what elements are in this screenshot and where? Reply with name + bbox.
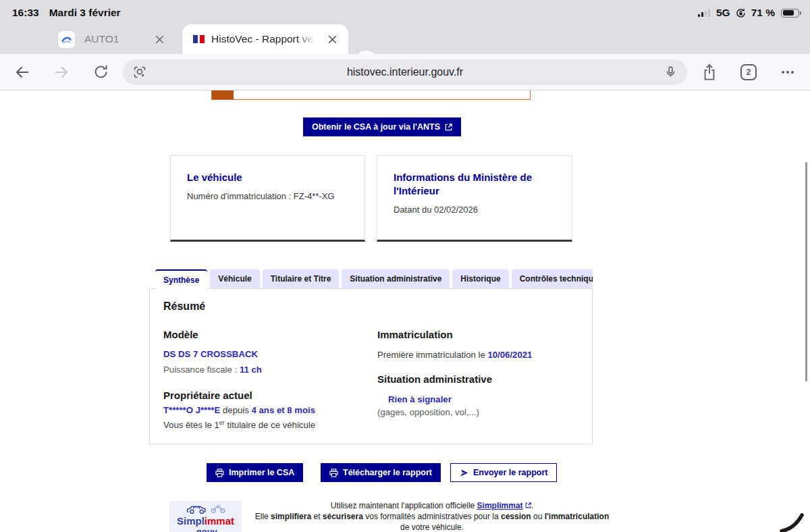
more-menu-button[interactable] bbox=[768, 57, 807, 87]
logo-text-gouv: .gouv bbox=[169, 527, 242, 532]
send-icon bbox=[460, 469, 468, 477]
printer-icon bbox=[329, 469, 338, 477]
external-link-icon bbox=[445, 124, 452, 131]
owner-duration: 4 ans et 8 mois bbox=[252, 405, 316, 415]
simplimmat-logo: Simplimmat .gouv bbox=[169, 501, 242, 532]
status-date: Mardi 3 février bbox=[49, 7, 121, 19]
ministry-card: Informations du Ministère de l'Intérieur… bbox=[377, 155, 572, 242]
footer-line2: Elle simplifiera et sécurisera vos forma… bbox=[250, 511, 614, 532]
battery-percent-label: 71 % bbox=[751, 7, 775, 19]
french-flag-favicon-icon bbox=[193, 35, 205, 43]
external-link-icon bbox=[525, 502, 531, 508]
vehicle-card-title: Le véhicule bbox=[187, 171, 348, 184]
report-tabs: Synthèse Véhicule Titulaire et Titre Sit… bbox=[155, 269, 593, 289]
tab-vehicule[interactable]: Véhicule bbox=[210, 269, 259, 288]
send-report-button[interactable]: Envoyer le rapport bbox=[450, 463, 557, 482]
corner-arc-glyph bbox=[768, 504, 809, 532]
mic-icon[interactable] bbox=[662, 63, 679, 81]
browser-tab-histovec[interactable]: HistoVec - Rapport vend bbox=[182, 24, 348, 54]
situation-note: (gages, opposition, vol,...) bbox=[377, 406, 578, 418]
registration-label: Première immatriculation le bbox=[377, 350, 487, 360]
page-content: Obtenir le CSA à jour via l'ANTS Le véhi… bbox=[0, 90, 810, 532]
tab-historique[interactable]: Historique bbox=[452, 269, 508, 288]
situation-status-link[interactable]: Rien à signaler bbox=[388, 394, 452, 404]
car-icon bbox=[186, 504, 209, 515]
footer-line1: Utilisez maintenant l'application offici… bbox=[250, 500, 614, 511]
cellular-signal-icon bbox=[698, 9, 710, 17]
tab-title: HistoVec - Rapport vend bbox=[211, 33, 316, 45]
download-report-button[interactable]: Télécharger le rapport bbox=[321, 463, 441, 482]
report-panel: Synthèse Véhicule Titulaire et Titre Sit… bbox=[149, 269, 593, 445]
battery-icon bbox=[781, 9, 799, 18]
warning-accent-bar bbox=[212, 90, 234, 99]
download-report-label: Télécharger le rapport bbox=[343, 468, 432, 477]
scrollbar-thumb[interactable] bbox=[805, 162, 808, 381]
owner-note: Vous êtes le 1er titulaire de ce véhicul… bbox=[163, 417, 377, 431]
url-bar[interactable]: histovec.interieur.gouv.fr bbox=[123, 59, 687, 85]
browser-toolbar: histovec.interieur.gouv.fr 2 bbox=[0, 54, 810, 90]
status-bar: 16:33 Mardi 3 février 5G 71 % bbox=[0, 0, 810, 24]
ministry-card-body: Datant du 02/02/2026 bbox=[394, 205, 556, 215]
reload-button[interactable] bbox=[81, 57, 120, 87]
action-buttons-row: Imprimer le CSA Télécharger le rapport E… bbox=[0, 463, 810, 482]
forward-button[interactable] bbox=[42, 57, 81, 87]
screen: 16:33 Mardi 3 février 5G 71 % bbox=[0, 0, 810, 532]
share-icon[interactable] bbox=[690, 57, 729, 87]
print-csa-label: Imprimer le CSA bbox=[229, 468, 294, 477]
owner-since-label: depuis bbox=[220, 405, 251, 415]
tab-counter-button[interactable]: 2 bbox=[729, 57, 768, 87]
get-csa-ants-button[interactable]: Obtenir le CSA à jour via l'ANTS bbox=[303, 117, 461, 136]
simplimmat-link[interactable]: Simplimmat bbox=[477, 501, 523, 510]
logo-text-simpl: Simpl bbox=[177, 515, 205, 527]
situation-heading: Situation administrative bbox=[377, 373, 578, 385]
owner-name: T*****O J****E bbox=[163, 405, 220, 415]
synthese-panel: Résumé Modèle DS DS 7 CROSSBACK Puissanc… bbox=[149, 288, 593, 444]
model-heading: Modèle bbox=[163, 329, 377, 340]
registration-heading: Immatriculation bbox=[377, 329, 578, 340]
tab-title: AUTO1 bbox=[84, 33, 143, 45]
send-report-label: Envoyer le rapport bbox=[473, 468, 547, 477]
model-name-link[interactable]: DS DS 7 CROSSBACK bbox=[163, 349, 258, 359]
footer-text: Utilisez maintenant l'application offici… bbox=[250, 500, 614, 532]
owner-heading: Propriétaire actuel bbox=[163, 390, 377, 401]
url-text: histovec.interieur.gouv.fr bbox=[148, 66, 662, 78]
tab-titulaire-et-titre[interactable]: Titulaire et Titre bbox=[263, 269, 340, 288]
registration-date: 10/06/2021 bbox=[487, 350, 532, 360]
status-time: 16:33 bbox=[12, 7, 39, 19]
lens-icon[interactable] bbox=[131, 63, 148, 81]
auto1-favicon-icon bbox=[58, 31, 75, 48]
print-csa-button[interactable]: Imprimer le CSA bbox=[207, 463, 303, 482]
get-csa-ants-label: Obtenir le CSA à jour via l'ANTS bbox=[312, 122, 440, 132]
vehicle-card-body: Numéro d'immatriculation : FZ-4**-XG bbox=[187, 191, 348, 201]
fiscal-power-value: 11 ch bbox=[240, 365, 262, 375]
close-tab-icon[interactable] bbox=[325, 32, 339, 46]
network-type-label: 5G bbox=[716, 7, 730, 19]
browser-tab-auto1[interactable]: AUTO1 bbox=[40, 24, 176, 54]
browser-tab-strip: AUTO1 HistoVec - Rapport vend bbox=[0, 24, 810, 54]
ministry-card-title: Informations du Ministère de l'Intérieur bbox=[394, 171, 556, 198]
logo-text-immat: immat bbox=[205, 515, 234, 527]
tab-synthese[interactable]: Synthèse bbox=[155, 269, 207, 289]
motorcycle-icon bbox=[211, 504, 225, 514]
tab-situation-administrative[interactable]: Situation administrative bbox=[342, 269, 450, 288]
summary-heading: Résumé bbox=[163, 300, 578, 313]
clipped-warning-callout bbox=[211, 90, 531, 100]
tab-count-label: 2 bbox=[747, 68, 751, 77]
rotation-lock-icon bbox=[735, 7, 747, 19]
printer-icon bbox=[215, 469, 224, 477]
tab-controles-techniques[interactable]: Contrôles techniques bbox=[512, 269, 593, 288]
back-button[interactable] bbox=[3, 57, 42, 87]
fiscal-power-label: Puissance fiscale : bbox=[163, 365, 240, 375]
close-tab-icon[interactable] bbox=[153, 32, 166, 46]
vehicle-card: Le véhicule Numéro d'immatriculation : F… bbox=[170, 155, 365, 242]
